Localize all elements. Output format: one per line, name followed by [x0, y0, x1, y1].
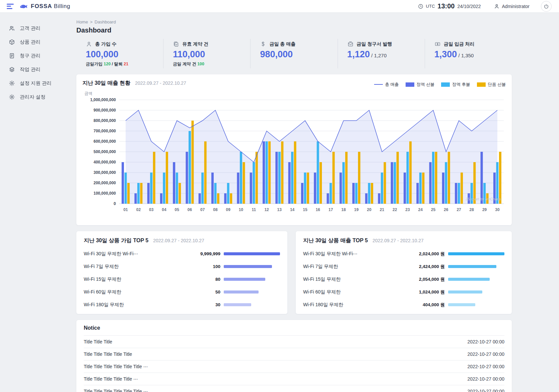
- legend-item[interactable]: 정액 후불: [441, 82, 470, 87]
- top5-revenue-row-4[interactable]: Wi-Fi 60일 무제한1,024,000 원: [303, 289, 504, 295]
- product-name: Wi-Fi 60일 무제한: [84, 289, 170, 295]
- bar-단품 선불-day24: [422, 173, 424, 204]
- svg-text:100,000,000: 100,000,000: [93, 191, 116, 196]
- svg-text:700,000,000: 700,000,000: [93, 129, 116, 133]
- product-value: 30: [170, 302, 220, 307]
- bar-단품 선불-day05: [179, 183, 181, 204]
- top5-signup-title: 지난 30일 상품 가입 TOP 5: [84, 237, 148, 244]
- gear-icon: [9, 94, 15, 100]
- notice-row-date: 2022-10-27 00:00: [467, 376, 504, 382]
- top5-revenue-row-5[interactable]: Wi-Fi 180일 무제한404,000 원: [303, 302, 504, 308]
- bar-단품 선불-day01: [127, 183, 130, 204]
- kpi-title: 금일 입금 처리: [444, 41, 475, 47]
- sidebar-item-5[interactable]: 설정 지원 관리: [0, 76, 71, 90]
- main-content: Home>Dashboard Dashboard 총 가입 수100,000금일…: [71, 13, 559, 392]
- bar-정액 후불-day16: [317, 141, 319, 204]
- bar-정액 선불-day07: [199, 193, 201, 204]
- chart-title: 지난 30일 매출 현황: [82, 80, 130, 87]
- bar-정액 선불-day13: [275, 152, 278, 204]
- bar-정액 후불-day24: [419, 173, 422, 204]
- user-menu[interactable]: Administrator: [494, 3, 530, 9]
- svg-text:25: 25: [431, 207, 436, 212]
- svg-text:24: 24: [418, 207, 423, 212]
- sales-chart[interactable]: 0100,000,000200,000,000300,000,000400,00…: [82, 97, 506, 222]
- hamburger-menu-icon[interactable]: [7, 4, 14, 9]
- bar-단품 선불-day06: [192, 121, 194, 204]
- sidebar-item-2[interactable]: 상품 관리: [0, 35, 71, 49]
- top5-revenue-row-2[interactable]: Wi-Fi 7일 무제한2,424,000 원: [303, 264, 504, 270]
- rank-bar: [448, 252, 504, 255]
- svg-text:300,000,000: 300,000,000: [93, 170, 116, 175]
- rank-bar: [224, 278, 265, 281]
- breadcrumb-home[interactable]: Home: [76, 19, 88, 24]
- kpi-title: 금일 청구서 발행: [357, 41, 392, 47]
- svg-text:07: 07: [200, 207, 205, 212]
- sidebar-item-label: 청구 관리: [20, 53, 41, 59]
- top5-signup-card: 지난 30일 상품 가입 TOP 52022.09.27 - 2022.10.2…: [76, 231, 287, 314]
- bar-정액 선불-day29: [481, 152, 483, 204]
- sidebar-item-4[interactable]: 작업 관리: [0, 63, 71, 76]
- breadcrumb-current[interactable]: Dashboard: [94, 19, 116, 24]
- sales-chart-card: 지난 30일 매출 현황 2022.09.27 - 2022.10.27 총 매…: [76, 74, 512, 225]
- bar-정액 선불-day03: [147, 183, 150, 204]
- sidebar-item-label: 상품 관리: [20, 39, 41, 45]
- bar-단품 선불-day11: [256, 152, 258, 204]
- bar-정액 선불-day20: [365, 193, 367, 204]
- kpi-subtext: 금일 계약 건 100: [173, 61, 247, 67]
- svg-text:600,000,000: 600,000,000: [93, 139, 116, 144]
- kpi-value: 980,000: [260, 49, 334, 60]
- top5-signup-row-1[interactable]: Wi-Fi 30일 무제한 Wi-Fi⋯9,999,999: [84, 251, 280, 257]
- chart-date-range: 2022.09.27 - 2022.10.27: [135, 80, 186, 86]
- bar-단품 선불-day04: [166, 152, 168, 204]
- logout-button[interactable]: [541, 1, 552, 12]
- sidebar-item-6[interactable]: 관리자 설정: [0, 90, 71, 104]
- bar-정액 후불-day23: [407, 152, 409, 204]
- top5-revenue-row-1[interactable]: Wi-Fi 30일 무제한 Wi-Fi⋯2,024,000 원: [303, 251, 504, 257]
- sidebar-item-3[interactable]: 청구 관리: [0, 49, 71, 63]
- money-icon: [434, 41, 441, 47]
- bar-정액 후불-day04: [163, 173, 165, 204]
- bar-단품 선불-day02: [140, 183, 142, 204]
- bar-단품 선불-day26: [448, 152, 450, 204]
- svg-text:28: 28: [470, 207, 474, 212]
- y-axis-title: 금액: [84, 91, 506, 96]
- svg-text:19: 19: [354, 207, 359, 212]
- legend-item[interactable]: 단품 선불: [477, 82, 506, 87]
- brand-logo[interactable]: FOSSA Billing: [19, 3, 70, 10]
- notice-row-4[interactable]: Title Title Title Title Title ⋯2022-10-2…: [84, 373, 504, 385]
- notice-row-5[interactable]: Title Title Title Title Title Title ⋯202…: [84, 385, 504, 392]
- notice-row-1[interactable]: Title Title Title2022-10-27 00:00: [84, 335, 504, 348]
- user-icon: [494, 3, 500, 9]
- sidebar-item-1[interactable]: 고객 관리: [0, 21, 71, 35]
- top5-signup-row-5[interactable]: Wi-Fi 180일 무제한30: [84, 302, 280, 308]
- bar-정액 후불-day17: [330, 183, 332, 204]
- svg-text:20: 20: [367, 207, 372, 212]
- bar-정액 후불-day20: [368, 183, 370, 204]
- svg-text:16: 16: [316, 207, 320, 212]
- bar-정액 후불-day14: [291, 152, 293, 204]
- top5-signup-row-4[interactable]: Wi-Fi 60일 무제한50: [84, 289, 280, 295]
- top5-signup-row-3[interactable]: Wi-Fi 15일 무제한80: [84, 276, 280, 282]
- legend-item[interactable]: 총 매출: [374, 82, 399, 87]
- rank-bar: [448, 303, 475, 306]
- bar-정액 선불-day18: [340, 173, 342, 204]
- svg-text:27: 27: [457, 207, 461, 212]
- top5-signup-row-2[interactable]: Wi-Fi 7일 무제한100: [84, 264, 280, 270]
- kpi-value: 1,300 / 1,350: [434, 49, 508, 60]
- product-name: Wi-Fi 15일 무제한: [84, 276, 170, 282]
- notice-row-title: Title Title Title Title Title Title ⋯: [84, 389, 148, 392]
- sales-chart-svg: 0100,000,000200,000,000300,000,000400,00…: [82, 97, 506, 220]
- legend-item[interactable]: 정액 선불: [406, 82, 434, 87]
- notice-row-2[interactable]: Title Title Title Title Title2022-10-27 …: [84, 348, 504, 360]
- rank-bar: [224, 290, 259, 293]
- notice-row-3[interactable]: Title Title Title Title Title Title ⋯202…: [84, 360, 504, 373]
- top5-revenue-row-3[interactable]: Wi-Fi 15일 무제한2,054,000 원: [303, 276, 504, 282]
- bar-정액 선불-day27: [455, 183, 457, 204]
- bar-정액 후불-day18: [342, 162, 345, 204]
- kpi-title: 총 가입 수: [95, 41, 117, 47]
- kpi-title: 금일 총 매출: [269, 41, 295, 47]
- sidebar: 고객 관리상품 관리청구 관리작업 관리설정 지원 관리관리자 설정: [0, 13, 71, 392]
- kpi-3: 금일 총 매출980,000: [251, 39, 338, 68]
- product-name: Wi-Fi 7일 무제한: [303, 264, 395, 270]
- product-name: Wi-Fi 30일 무제한 Wi-Fi⋯: [303, 251, 395, 257]
